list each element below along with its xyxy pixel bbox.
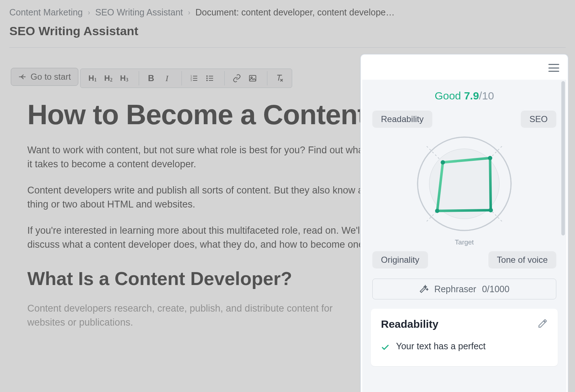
- scrollbar[interactable]: [561, 81, 565, 235]
- go-to-start-button[interactable]: Go to start: [11, 68, 78, 86]
- score-denominator: /10: [479, 90, 494, 102]
- crumb-seo-writing-assistant[interactable]: SEO Writing Assistant: [95, 7, 183, 18]
- metric-seo-pill[interactable]: SEO: [521, 111, 556, 128]
- chevron-right-icon: ›: [188, 8, 190, 17]
- heading-2-button[interactable]: H2: [101, 71, 116, 85]
- doc-paragraph: Content developers write and publish all…: [27, 183, 372, 211]
- page-title: SEO Writing Assistant: [9, 24, 566, 38]
- readability-card: Readability Your text has a perfect: [371, 309, 558, 366]
- heading-1-button[interactable]: H1: [86, 71, 100, 85]
- hamburger-icon[interactable]: [548, 64, 559, 72]
- card-title: Readability: [381, 318, 438, 330]
- arrow-left-icon: [18, 73, 26, 81]
- italic-button[interactable]: I: [160, 71, 174, 85]
- wand-icon: [419, 284, 428, 294]
- radar-chart: [371, 130, 558, 238]
- doc-paragraph: Content developers research, create, pub…: [27, 302, 372, 330]
- rephraser-button[interactable]: Rephraser 0/1000: [372, 279, 556, 299]
- doc-paragraph: If you're interested in learning more ab…: [27, 224, 372, 252]
- bold-button[interactable]: B: [144, 71, 158, 85]
- overall-score: Good 7.9/10: [371, 90, 558, 102]
- metric-readability-pill[interactable]: Readability: [372, 111, 432, 128]
- doc-paragraph: Want to work with content, but not sure …: [27, 143, 372, 171]
- crumb-content-marketing[interactable]: Content Marketing: [9, 7, 83, 18]
- chevron-right-icon: ›: [88, 8, 90, 17]
- score-label: Good: [434, 90, 461, 102]
- card-message: Your text has a perfect: [396, 341, 486, 351]
- score-value: 7.9: [464, 90, 479, 102]
- svg-point-4: [206, 78, 208, 79]
- rephraser-label: Rephraser: [434, 284, 476, 294]
- svg-point-17: [488, 156, 492, 160]
- metric-tone-pill[interactable]: Tone of voice: [488, 251, 556, 269]
- rephraser-count: 0/1000: [482, 284, 509, 294]
- svg-point-20: [441, 160, 445, 164]
- svg-text:3: 3: [190, 79, 192, 81]
- metric-originality-pill[interactable]: Originality: [372, 251, 428, 269]
- svg-rect-6: [249, 75, 256, 81]
- svg-point-18: [489, 208, 493, 213]
- clear-formatting-button[interactable]: [272, 71, 287, 85]
- pencil-icon[interactable]: [538, 318, 548, 330]
- ordered-list-button[interactable]: 123: [187, 71, 201, 85]
- svg-point-3: [206, 75, 208, 77]
- editor-toolbar: H1 H2 H3 B I 123: [80, 69, 292, 88]
- go-to-start-label: Go to start: [31, 72, 71, 82]
- image-button[interactable]: [245, 71, 260, 85]
- svg-point-5: [206, 80, 208, 81]
- svg-point-19: [435, 209, 440, 213]
- check-icon: [381, 343, 390, 352]
- breadcrumb: Content Marketing › SEO Writing Assistan…: [9, 7, 566, 18]
- unordered-list-button[interactable]: [203, 71, 217, 85]
- crumb-document: Document: content developer, content dev…: [196, 7, 395, 18]
- heading-3-button[interactable]: H3: [117, 71, 132, 85]
- analysis-panel: Good 7.9/10 Readability SEO Target Origi…: [360, 54, 569, 392]
- link-button[interactable]: [230, 71, 244, 85]
- target-label: Target: [371, 238, 558, 246]
